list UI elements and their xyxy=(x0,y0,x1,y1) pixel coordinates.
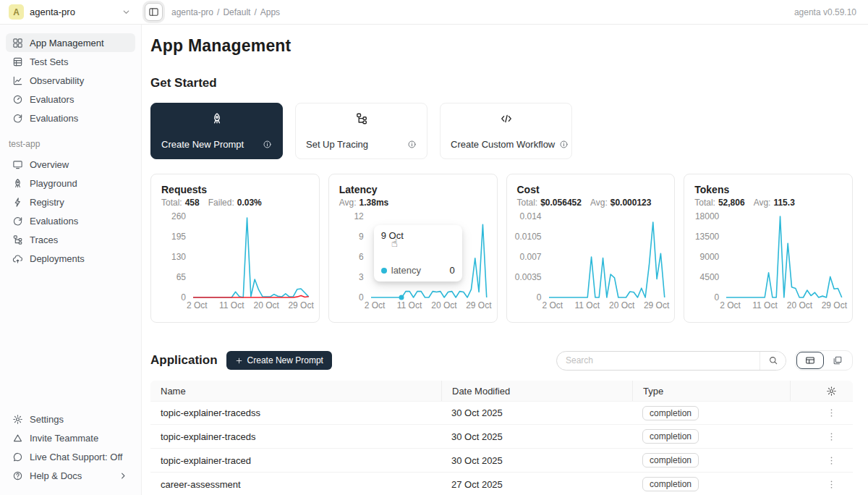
cell-name: topic-explainer-traceds xyxy=(150,425,441,448)
dots-vertical-icon xyxy=(826,455,837,466)
application-header: Application Create New Prompt xyxy=(150,350,853,371)
sidebar-item-label: Playground xyxy=(30,178,77,189)
sidebar-item-playground[interactable]: Playground xyxy=(6,174,135,192)
column-header-date-modified[interactable]: Date Modified xyxy=(441,381,632,401)
workspace-selector[interactable]: A agenta-pro xyxy=(0,4,142,20)
cell-type: completion xyxy=(632,425,790,448)
cell-date-modified: 30 Oct 2025 xyxy=(441,449,632,472)
sidebar-toggle-button[interactable] xyxy=(145,3,163,21)
sidebar-item-evaluations[interactable]: Evaluations xyxy=(6,211,135,230)
cell-actions xyxy=(790,425,853,448)
chart-area: 2601951306502 Oct11 Oct20 Oct29 Oct xyxy=(161,216,309,297)
sidebar-item-live-chat-support-off[interactable]: Live Chat Support: Off xyxy=(6,447,135,466)
requests-line xyxy=(193,218,309,297)
row-actions-button[interactable] xyxy=(822,452,840,469)
dots-vertical-icon xyxy=(826,479,837,490)
table-row-career-assessment[interactable]: career-assessment27 Oct 2025completion xyxy=(150,473,853,495)
chart-plot[interactable]: 2 Oct11 Oct20 Oct29 Oct xyxy=(193,216,309,297)
y-tick-label: 12 xyxy=(354,211,363,221)
info-icon xyxy=(559,140,569,149)
sidebar-item-help-docs[interactable]: Help & Docs xyxy=(6,466,135,485)
rocket-icon xyxy=(12,178,23,189)
x-tick-label: 11 Oct xyxy=(397,300,422,310)
y-tick-label: 0.014 xyxy=(519,211,541,221)
sidebar-item-app-management[interactable]: App Management xyxy=(6,33,135,52)
get-started-card-set-up-tracing[interactable]: Set Up Tracing xyxy=(295,103,427,159)
page-title: App Management xyxy=(150,36,853,56)
get-started-card-create-new-prompt[interactable]: Create New Prompt xyxy=(150,103,283,159)
tree-icon xyxy=(12,234,23,245)
x-tick-label: 11 Oct xyxy=(219,300,244,310)
get-started-card-create-custom-workflow[interactable]: Create Custom Workflow xyxy=(440,103,572,159)
cell-type: completion xyxy=(632,449,790,472)
sidebar-item-evaluators[interactable]: Evaluators xyxy=(6,90,135,109)
y-tick-label: 9 xyxy=(359,232,364,242)
create-new-prompt-button[interactable]: Create New Prompt xyxy=(226,351,332,370)
y-tick-label: 0 xyxy=(181,292,186,302)
sidebar-item-overview[interactable]: Overview xyxy=(6,155,135,174)
sidebar-item-registry[interactable]: Registry xyxy=(6,192,135,211)
table-row-topic-explainer-traceds[interactable]: topic-explainer-traceds30 Oct 2025comple… xyxy=(150,425,853,449)
x-tick-label: 29 Oct xyxy=(822,300,847,310)
search-input[interactable] xyxy=(557,355,760,365)
breadcrumb-item-default[interactable]: Default xyxy=(223,7,250,17)
chart-title: Tokens xyxy=(694,184,842,195)
search-button[interactable] xyxy=(760,352,786,370)
row-actions-button[interactable] xyxy=(822,428,840,445)
card-view-button[interactable] xyxy=(824,352,851,369)
breadcrumb-item-apps[interactable]: Apps xyxy=(260,7,280,17)
chart-plot[interactable]: 2 Oct11 Oct20 Oct29 Oct xyxy=(549,216,665,297)
search-box xyxy=(556,351,786,371)
sidebar-item-evaluations[interactable]: Evaluations xyxy=(6,109,135,127)
y-tick-label: 195 xyxy=(171,232,186,242)
sidebar-item-label: Evaluations xyxy=(30,216,78,227)
sidebar-item-traces[interactable]: Traces xyxy=(6,230,135,249)
tooltip-series-row: latency0 xyxy=(381,265,455,276)
card-footer: Create New Prompt xyxy=(161,139,272,150)
row-actions-button[interactable] xyxy=(822,475,840,493)
evaluations-icon xyxy=(12,113,23,124)
breadcrumb: agenta-pro/Default/Apps xyxy=(171,7,280,17)
x-axis: 2 Oct11 Oct20 Oct29 Oct xyxy=(371,300,487,313)
sidebar-item-deployments[interactable]: Deployments xyxy=(6,249,135,268)
help-icon xyxy=(12,470,23,481)
x-axis: 2 Oct11 Oct20 Oct29 Oct xyxy=(726,300,842,313)
y-tick-label: 13500 xyxy=(695,232,719,242)
main-content: App Management Get Started Create New Pr… xyxy=(142,25,868,495)
cell-actions xyxy=(790,402,853,424)
tokens-chart-card: TokensTotal:52,806Avg:115.31800013500900… xyxy=(684,174,853,323)
get-started-heading: Get Started xyxy=(150,76,853,90)
cell-name: topic-explainer-tracedss xyxy=(150,402,441,424)
applications-table: NameDate ModifiedType topic-explainer-tr… xyxy=(150,381,853,495)
sidebar-item-label: Settings xyxy=(30,414,64,425)
chart-stats: Total:458Failed:0.03% xyxy=(161,198,309,208)
x-axis: 2 Oct11 Oct20 Oct29 Oct xyxy=(193,300,309,313)
cell-actions xyxy=(790,449,853,472)
chart-stats: Avg:1.38ms xyxy=(339,198,487,208)
sidebar-item-label: App Management xyxy=(30,38,104,48)
sidebar-item-settings[interactable]: Settings xyxy=(6,410,135,428)
column-header-actions xyxy=(790,381,853,401)
requests-chart-card: RequestsTotal:458Failed:0.03%26019513065… xyxy=(150,174,320,323)
breadcrumb-separator: / xyxy=(254,7,256,17)
table-view-button[interactable] xyxy=(796,352,824,369)
column-header-name[interactable]: Name xyxy=(150,381,441,401)
sidebar-item-observability[interactable]: Observability xyxy=(6,71,135,90)
sidebar-item-invite-teammate[interactable]: Invite Teammate xyxy=(6,428,135,447)
sidebar-footer-nav: SettingsInvite TeammateLive Chat Support… xyxy=(6,410,135,485)
table-row-topic-explainer-traced[interactable]: topic-explainer-traced30 Oct 2025complet… xyxy=(150,449,853,473)
column-header-type[interactable]: Type xyxy=(632,381,790,401)
sidebar-item-label: Invite Teammate xyxy=(30,433,98,444)
sidebar-section-label: test-app xyxy=(6,127,135,155)
column-settings-button[interactable] xyxy=(822,382,840,399)
table-row-topic-explainer-tracedss[interactable]: topic-explainer-tracedss30 Oct 2025compl… xyxy=(150,401,853,425)
get-started-cards: Create New PromptSet Up TracingCreate Cu… xyxy=(150,103,853,159)
chart-plot[interactable]: 2 Oct11 Oct20 Oct29 Oct xyxy=(726,216,842,297)
row-actions-button[interactable] xyxy=(822,405,840,422)
y-tick-label: 0 xyxy=(359,292,364,302)
chart-plot[interactable]: 9 Octlatency0☝2 Oct11 Oct20 Oct29 Oct xyxy=(371,216,487,297)
breadcrumb-item-agenta-pro[interactable]: agenta-pro xyxy=(171,7,213,17)
sidebar-item-test-sets[interactable]: Test Sets xyxy=(6,52,135,71)
x-tick-label: 20 Oct xyxy=(609,300,634,310)
sidebar: App ManagementTest SetsObservabilityEval… xyxy=(0,25,142,495)
